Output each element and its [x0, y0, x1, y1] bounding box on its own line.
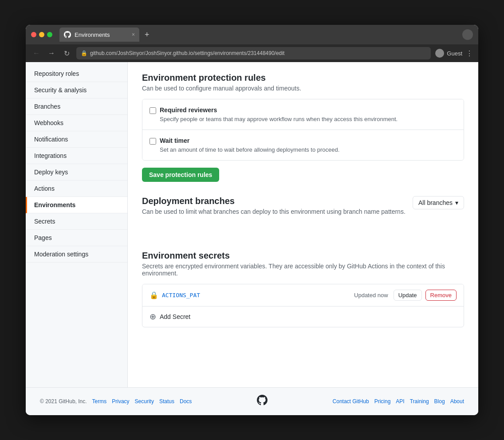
url-display: github.com/JoshSinyor/JoshSinyor.github.…: [90, 50, 284, 56]
footer-link-terms[interactable]: Terms: [92, 398, 107, 405]
minimize-window-btn[interactable]: [39, 32, 44, 37]
tab-title: Environments: [75, 31, 110, 38]
environment-secrets-section: Environment secrets Secrets are encrypte…: [142, 251, 464, 327]
add-secret-row[interactable]: ⊕ Add Secret: [142, 306, 464, 327]
required-reviewers-checkbox[interactable]: [150, 107, 156, 114]
footer-link-pricing[interactable]: Pricing: [374, 398, 391, 405]
remove-secret-button[interactable]: Remove: [425, 290, 457, 301]
secrets-title: Environment secrets: [142, 251, 464, 261]
secret-actions: Update Remove: [394, 290, 457, 301]
protection-rules-title: Environment protection rules: [142, 73, 464, 83]
footer-link-privacy[interactable]: Privacy: [112, 398, 129, 405]
wait-timer-desc: Set an amount of time to wait before all…: [150, 146, 457, 153]
sidebar-item-repository-roles[interactable]: Repository roles: [26, 66, 127, 82]
browser-menu-btn[interactable]: ⋮: [466, 49, 473, 58]
guest-account-btn[interactable]: Guest: [435, 49, 462, 58]
sidebar-item-label: Moderation settings: [34, 251, 88, 258]
protection-rules-subtitle: Can be used to configure manual approval…: [142, 85, 464, 92]
maximize-window-btn[interactable]: [47, 32, 52, 37]
sidebar-item-deploy-keys[interactable]: Deploy keys: [26, 164, 127, 181]
sidebar-item-environments[interactable]: Environments: [26, 197, 127, 213]
rules-card: Required reviewers Specify people or tea…: [142, 99, 464, 161]
sidebar-item-label: Integrations: [34, 152, 67, 159]
footer-left: © 2021 GitHub, Inc. Terms Privacy Securi…: [40, 398, 192, 405]
footer-link-about[interactable]: About: [450, 398, 464, 405]
sidebar-item-pages[interactable]: Pages: [26, 230, 127, 246]
sidebar-item-label: Deploy keys: [34, 169, 68, 176]
required-reviewers-rule: Required reviewers Specify people or tea…: [142, 99, 464, 130]
deployment-header: Deployment branches Can be used to limit…: [142, 196, 464, 222]
avatar-icon: [435, 49, 444, 58]
secrets-subtitle: Secrets are encrypted environment variab…: [142, 263, 464, 277]
wait-timer-checkbox[interactable]: [150, 138, 156, 145]
main-area: Environment protection rules Can be used…: [128, 62, 478, 387]
footer-copyright: © 2021 GitHub, Inc.: [40, 398, 87, 405]
address-bar-right: Guest ⋮: [435, 49, 473, 58]
footer-link-blog[interactable]: Blog: [434, 398, 445, 405]
tab-bar: Environments × +: [59, 28, 459, 42]
footer-link-security[interactable]: Security: [135, 398, 154, 405]
secrets-card: 🔒 ACTIONS_PAT Updated now Update Remove …: [142, 284, 464, 327]
rule-header: Wait timer: [150, 137, 457, 145]
wait-timer-title: Wait timer: [160, 137, 189, 144]
sidebar-item-security-analysis[interactable]: Security & analysis: [26, 82, 127, 98]
all-branches-dropdown[interactable]: All branches ▾: [413, 196, 464, 209]
window-control-icon: [462, 29, 473, 40]
footer-link-docs[interactable]: Docs: [180, 398, 192, 405]
sidebar-item-label: Pages: [34, 234, 52, 241]
sidebar-item-secrets[interactable]: Secrets: [26, 213, 127, 230]
sidebar-item-label: Security & analysis: [34, 86, 87, 94]
update-secret-button[interactable]: Update: [394, 290, 422, 301]
required-reviewers-title: Required reviewers: [160, 106, 217, 114]
secret-name: ACTIONS_PAT: [162, 292, 354, 299]
lock-icon: 🔒: [81, 50, 87, 56]
sidebar-item-label: Notifications: [34, 136, 68, 143]
sidebar-item-label: Webhooks: [34, 119, 63, 126]
forward-btn[interactable]: →: [46, 49, 57, 57]
sidebar-item-label: Repository roles: [34, 70, 79, 77]
active-tab[interactable]: Environments ×: [59, 28, 139, 42]
guest-label: Guest: [447, 50, 462, 57]
back-btn[interactable]: ←: [31, 49, 42, 57]
deployment-branches-section: Deployment branches Can be used to limit…: [142, 196, 464, 236]
reload-btn[interactable]: ↻: [61, 49, 72, 58]
sidebar-item-integrations[interactable]: Integrations: [26, 148, 127, 164]
chevron-down-icon: ▾: [455, 199, 458, 206]
save-protection-rules-button[interactable]: Save protection rules: [142, 168, 219, 182]
wait-timer-rule: Wait timer Set an amount of time to wait…: [142, 130, 464, 160]
footer-center: [257, 395, 268, 408]
page-content: Repository roles Security & analysis Bra…: [26, 62, 478, 387]
sidebar-item-actions[interactable]: Actions: [26, 181, 127, 197]
address-input[interactable]: 🔒 github.com/JoshSinyor/JoshSinyor.githu…: [76, 47, 431, 59]
secret-item-actions-pat: 🔒 ACTIONS_PAT Updated now Update Remove: [142, 284, 464, 306]
close-tab-btn[interactable]: ×: [132, 31, 135, 38]
footer-link-contact-github[interactable]: Contact GitHub: [333, 398, 369, 405]
secret-updated: Updated now: [354, 292, 388, 299]
new-tab-btn[interactable]: +: [142, 30, 152, 39]
github-favicon-icon: [64, 31, 71, 38]
footer: © 2021 GitHub, Inc. Terms Privacy Securi…: [26, 387, 478, 415]
required-reviewers-desc: Specify people or teams that may approve…: [150, 116, 457, 122]
close-window-btn[interactable]: [31, 32, 36, 37]
sidebar-item-moderation-settings[interactable]: Moderation settings: [26, 246, 127, 263]
plus-circle-icon: ⊕: [150, 312, 156, 322]
footer-left-links: Terms Privacy Security Status Docs: [92, 398, 192, 405]
branches-dropdown-label: All branches: [418, 199, 453, 206]
github-logo-icon: [257, 395, 268, 408]
deployment-text: Deployment branches Can be used to limit…: [142, 196, 406, 222]
lock-secret-icon: 🔒: [150, 291, 158, 299]
sidebar-item-label: Actions: [34, 185, 55, 192]
sidebar-item-branches[interactable]: Branches: [26, 98, 127, 115]
sidebar-item-webhooks[interactable]: Webhooks: [26, 115, 127, 131]
footer-right-links: Contact GitHub Pricing API Training Blog…: [333, 398, 464, 405]
footer-link-status[interactable]: Status: [159, 398, 174, 405]
footer-right: Contact GitHub Pricing API Training Blog…: [333, 398, 464, 405]
address-bar: ← → ↻ 🔒 github.com/JoshSinyor/JoshSinyor…: [26, 44, 478, 62]
traffic-lights: [31, 32, 52, 37]
footer-link-api[interactable]: API: [396, 398, 404, 405]
sidebar-item-label: Secrets: [34, 218, 55, 225]
add-secret-label: Add Secret: [160, 313, 190, 320]
footer-link-training[interactable]: Training: [410, 398, 429, 405]
deployment-branches-subtitle: Can be used to limit what branches can d…: [142, 208, 406, 215]
sidebar-item-notifications[interactable]: Notifications: [26, 131, 127, 148]
